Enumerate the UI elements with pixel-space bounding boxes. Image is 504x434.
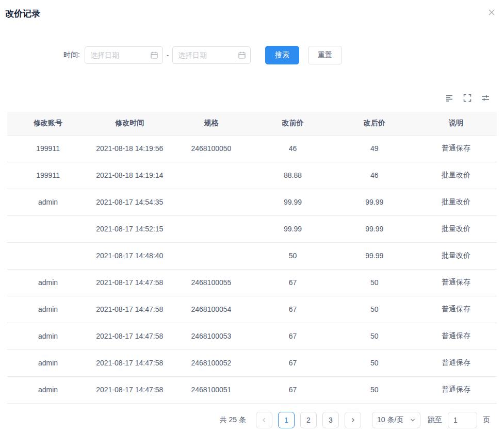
cell-price-after: 50 bbox=[334, 376, 415, 403]
cell-spec: 2468100051 bbox=[170, 376, 252, 403]
col-header-price-before: 改前价 bbox=[252, 112, 333, 135]
end-date-input[interactable] bbox=[172, 46, 251, 64]
cell-price-after: 49 bbox=[334, 135, 415, 162]
col-header-price-after: 改后价 bbox=[334, 112, 415, 135]
end-date-picker[interactable] bbox=[172, 46, 251, 64]
cell-note: 普通保存 bbox=[415, 135, 497, 162]
cell-account bbox=[7, 215, 89, 242]
cell-price-before: 67 bbox=[252, 269, 333, 296]
cell-spec: 2468100053 bbox=[170, 323, 252, 349]
page-title: 改价记录 bbox=[5, 8, 40, 20]
cell-spec: 2468100054 bbox=[170, 296, 252, 323]
start-date-input[interactable] bbox=[85, 46, 163, 64]
col-header-time: 修改时间 bbox=[89, 112, 170, 135]
cell-account: admin bbox=[7, 189, 89, 215]
cell-price-after: 50 bbox=[334, 296, 415, 323]
chevron-right-icon bbox=[350, 418, 355, 423]
cell-note: 批量改价 bbox=[415, 242, 497, 269]
pagination-total: 共 25 条 bbox=[220, 415, 246, 425]
page-button-3[interactable]: 3 bbox=[322, 412, 339, 428]
cell-price-after: 99.99 bbox=[334, 189, 415, 215]
table-row: 2021-08-17 14:52:15 99.99 99.99 批量改价 bbox=[7, 215, 497, 242]
cell-spec bbox=[170, 162, 252, 189]
cell-spec bbox=[170, 189, 252, 215]
cell-time: 2021-08-17 14:47:58 bbox=[89, 349, 170, 376]
cell-price-before: 99.99 bbox=[252, 215, 333, 242]
cell-note: 普通保存 bbox=[415, 323, 497, 349]
cell-note: 普通保存 bbox=[415, 296, 497, 323]
jump-page-suffix: 页 bbox=[483, 415, 490, 425]
prev-page-button[interactable] bbox=[256, 412, 272, 428]
cell-account: 199911 bbox=[7, 135, 89, 162]
cell-time: 2021-08-17 14:47:58 bbox=[89, 323, 170, 349]
page-button-2[interactable]: 2 bbox=[300, 412, 317, 428]
cell-note: 批量改价 bbox=[415, 215, 497, 242]
cell-note: 普通保存 bbox=[415, 349, 497, 376]
cell-account: admin bbox=[7, 269, 89, 296]
cell-account bbox=[7, 242, 89, 269]
table-row: 199911 2021-08-18 14:19:14 88.88 46 批量改价 bbox=[7, 162, 497, 189]
cell-price-after: 99.99 bbox=[334, 215, 415, 242]
pagination: 共 25 条 1 2 3 10 条/页 跳至 页 bbox=[220, 412, 490, 428]
cell-price-before: 50 bbox=[252, 242, 333, 269]
chevron-down-icon bbox=[410, 418, 415, 422]
cell-account: admin bbox=[7, 349, 89, 376]
start-date-picker[interactable] bbox=[85, 46, 163, 64]
cell-price-before: 67 bbox=[252, 323, 333, 349]
cell-note: 普通保存 bbox=[415, 269, 497, 296]
cell-note: 批量改价 bbox=[415, 162, 497, 189]
page-size-select[interactable]: 10 条/页 bbox=[372, 412, 420, 428]
col-header-spec: 规格 bbox=[170, 112, 252, 135]
page-button-1[interactable]: 1 bbox=[278, 412, 295, 428]
cell-spec bbox=[170, 215, 252, 242]
reset-button[interactable]: 重置 bbox=[308, 46, 342, 64]
jump-to-input[interactable] bbox=[448, 412, 477, 428]
page-size-value: 10 条/页 bbox=[377, 415, 403, 425]
cell-price-after: 99.99 bbox=[334, 242, 415, 269]
search-button[interactable]: 搜索 bbox=[265, 46, 299, 64]
cell-time: 2021-08-17 14:47:58 bbox=[89, 376, 170, 403]
fullscreen-icon[interactable] bbox=[463, 93, 472, 103]
price-change-record-modal: 改价记录 时间: - 搜索 重置 bbox=[0, 0, 504, 434]
cell-account: 199911 bbox=[7, 162, 89, 189]
cell-price-after: 50 bbox=[334, 349, 415, 376]
cell-spec: 2468100050 bbox=[170, 135, 252, 162]
jump-to-label: 跳至 bbox=[428, 415, 442, 425]
cell-time: 2021-08-18 14:19:14 bbox=[89, 162, 170, 189]
next-page-button[interactable] bbox=[345, 412, 361, 428]
cell-price-after: 50 bbox=[334, 323, 415, 349]
column-settings-icon[interactable] bbox=[481, 93, 490, 103]
cell-account: admin bbox=[7, 376, 89, 403]
table-row: admin 2021-08-17 14:47:58 2468100053 67 … bbox=[7, 323, 497, 349]
cell-spec: 2468100052 bbox=[170, 349, 252, 376]
cell-price-before: 67 bbox=[252, 349, 333, 376]
cell-time: 2021-08-18 14:19:56 bbox=[89, 135, 170, 162]
cell-time: 2021-08-17 14:48:40 bbox=[89, 242, 170, 269]
cell-price-before: 99.99 bbox=[252, 189, 333, 215]
table-row: admin 2021-08-17 14:47:58 2468100054 67 … bbox=[7, 296, 497, 323]
table-row: admin 2021-08-17 14:47:58 2468100052 67 … bbox=[7, 349, 497, 376]
cell-price-before: 88.88 bbox=[252, 162, 333, 189]
table-row: admin 2021-08-17 14:47:58 2468100055 67 … bbox=[7, 269, 497, 296]
table-toolbar bbox=[445, 93, 490, 103]
table-row: admin 2021-08-17 14:47:58 2468100051 67 … bbox=[7, 376, 497, 403]
cell-price-before: 46 bbox=[252, 135, 333, 162]
align-left-icon[interactable] bbox=[445, 93, 454, 103]
price-change-table: 修改账号 修改时间 规格 改前价 改后价 说明 199911 2021-08-1… bbox=[7, 112, 497, 404]
cell-account: admin bbox=[7, 323, 89, 349]
date-range-separator: - bbox=[163, 51, 172, 59]
cell-time: 2021-08-17 14:52:15 bbox=[89, 215, 170, 242]
cell-account: admin bbox=[7, 296, 89, 323]
chevron-left-icon bbox=[262, 418, 267, 423]
close-icon[interactable] bbox=[486, 7, 497, 18]
col-header-note: 说明 bbox=[415, 112, 497, 135]
table-row: admin 2021-08-17 14:54:35 99.99 99.99 批量… bbox=[7, 189, 497, 215]
filter-bar: 时间: - 搜索 重置 bbox=[0, 46, 342, 64]
cell-spec: 2468100055 bbox=[170, 269, 252, 296]
cell-time: 2021-08-17 14:47:58 bbox=[89, 296, 170, 323]
cell-price-before: 67 bbox=[252, 376, 333, 403]
cell-price-before: 67 bbox=[252, 296, 333, 323]
table-row: 2021-08-17 14:48:40 50 99.99 批量改价 bbox=[7, 242, 497, 269]
table-header: 修改账号 修改时间 规格 改前价 改后价 说明 bbox=[7, 112, 497, 135]
cell-time: 2021-08-17 14:47:58 bbox=[89, 269, 170, 296]
